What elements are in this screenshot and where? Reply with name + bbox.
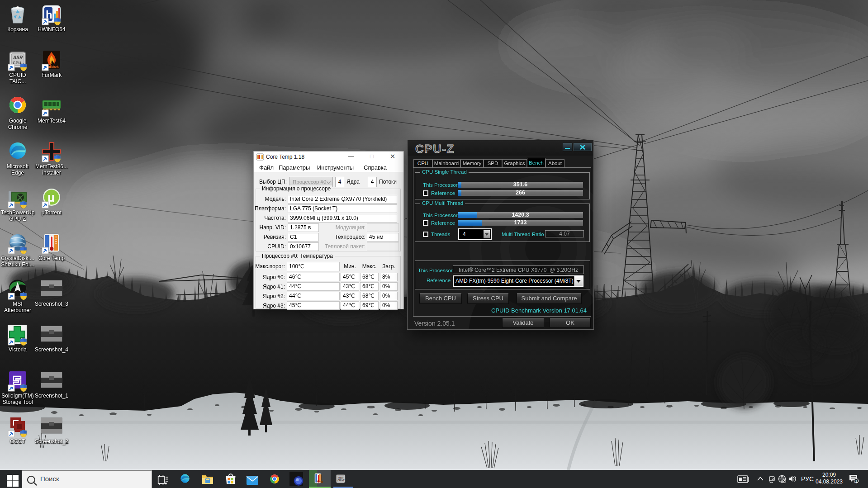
svg-text:ASR: ASR	[338, 476, 344, 479]
svg-text:1: 1	[855, 479, 858, 483]
svg-text:CPU-Z: CPU-Z	[415, 142, 455, 155]
svg-text:ASR: ASR	[13, 55, 23, 60]
svg-text:CPU-Z: CPU-Z	[338, 479, 345, 482]
